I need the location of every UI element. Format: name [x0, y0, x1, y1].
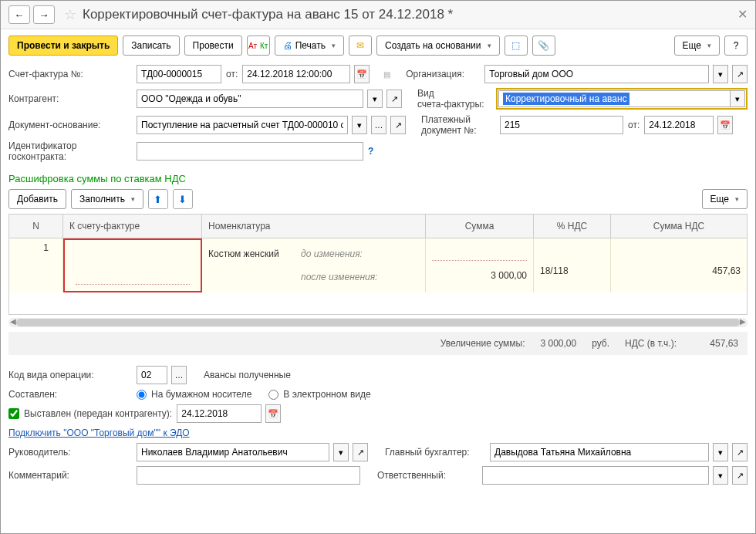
head-input[interactable]	[137, 443, 329, 461]
favorite-icon[interactable]: ☆	[64, 6, 76, 23]
window-title: Корректировочный счет-фактура на аванс 1…	[83, 7, 453, 22]
acc-input[interactable]	[490, 443, 709, 461]
cell-n: 1	[9, 238, 63, 292]
basis-input[interactable]	[137, 116, 348, 134]
comment-label: Комментарий:	[8, 470, 132, 481]
col-vat-sum: Сумма НДС	[611, 215, 747, 238]
basis-dd-icon[interactable]: ▾	[352, 116, 367, 134]
table-more-button[interactable]: Еще	[702, 189, 748, 209]
resp-dd[interactable]: ▾	[713, 466, 728, 485]
comment-input[interactable]	[137, 466, 360, 485]
paydoc-label1: Платежный	[421, 114, 495, 125]
structure-button[interactable]: ⬚	[505, 35, 528, 56]
inc-label: Увеличение суммы:	[440, 338, 525, 349]
invoice-no-input[interactable]	[137, 65, 221, 83]
rub-label: руб.	[592, 338, 609, 349]
inc-amount: 3 000,00	[540, 338, 576, 349]
electronic-label: В электронном виде	[283, 389, 370, 400]
move-down-button[interactable]: ⬇	[173, 189, 193, 209]
acc-label: Главный бухгалтер:	[385, 447, 485, 458]
resp-input[interactable]	[482, 466, 709, 485]
govid-input[interactable]	[137, 142, 363, 161]
op-code-dots[interactable]: …	[171, 366, 187, 384]
paper-radio[interactable]	[137, 390, 147, 400]
acc-open[interactable]: ↗	[732, 443, 748, 461]
vat-amount: 457,63	[692, 338, 738, 349]
from-label: от:	[226, 69, 238, 79]
contractor-open-icon[interactable]: ↗	[386, 90, 402, 108]
issued-label: Выставлен (передан контрагенту):	[24, 408, 172, 419]
invoice-type-dd-icon[interactable]: ▾	[730, 90, 745, 107]
paydoc-calendar-icon[interactable]: 📅	[717, 116, 733, 134]
contractor-select-icon[interactable]: ▾	[367, 90, 383, 108]
help-button[interactable]: ?	[724, 35, 748, 56]
main-toolbar: Провести и закрыть Записать Провести АтК…	[1, 29, 755, 62]
paper-label: На бумажном носителе	[151, 389, 251, 400]
invoice-type-wrap: Корректировочный на аванс ▾	[496, 88, 748, 110]
edo-link[interactable]: Подключить "ООО "Торговый дом"" к ЭДО	[8, 428, 190, 438]
section-title: Расшифровка суммы по ставкам НДС	[1, 170, 755, 189]
post-and-close-button[interactable]: Провести и закрыть	[8, 35, 118, 56]
col-nomenclature: Номенклатура	[202, 215, 426, 238]
attach-button[interactable]: 📎	[532, 35, 555, 56]
paydoc-label2: документ №:	[421, 125, 495, 136]
close-icon[interactable]: ✕	[737, 7, 748, 22]
email-button[interactable]: ✉	[349, 35, 372, 56]
op-code-input[interactable]	[137, 366, 167, 384]
acc-dd[interactable]: ▾	[713, 443, 728, 461]
fill-button[interactable]: Заполнить	[71, 189, 143, 209]
org-open-icon[interactable]: ↗	[732, 65, 748, 83]
print-button[interactable]: 🖨 Печать	[275, 35, 344, 56]
cell-sum: 3 000,00	[426, 238, 534, 292]
h-scrollbar[interactable]: ◀ ▶	[8, 318, 748, 327]
invoice-no-label: Счет-фактура №:	[8, 69, 132, 79]
issued-checkbox[interactable]	[8, 408, 19, 419]
cell-to-invoice[interactable]	[63, 238, 202, 292]
org-input[interactable]	[484, 65, 709, 83]
col-to-invoice: К счету-фактуре	[63, 215, 202, 238]
col-n: N	[9, 215, 63, 238]
add-button[interactable]: Добавить	[8, 189, 66, 209]
org-label: Организация:	[406, 69, 480, 79]
head-label: Руководитель:	[8, 447, 132, 458]
op-code-label: Код вида операции:	[8, 370, 132, 380]
forward-button[interactable]: →	[33, 5, 55, 24]
head-dd[interactable]: ▾	[333, 443, 349, 461]
basis-dots-icon[interactable]: …	[371, 116, 386, 134]
cell-vat-sum: 457,63	[611, 238, 747, 292]
govid-label2: госконтракта:	[8, 151, 132, 162]
org-select-icon[interactable]: ▾	[713, 65, 728, 83]
resp-label: Ответственный:	[377, 470, 478, 481]
basis-open-icon[interactable]: ↗	[390, 116, 406, 134]
govid-label1: Идентификатор	[8, 140, 132, 151]
contractor-label: Контрагент:	[8, 93, 132, 104]
col-vat-pct: % НДС	[534, 215, 611, 238]
help-icon[interactable]: ?	[368, 146, 373, 157]
cell-nomenclature: Костюм женский до изменения: после измен…	[202, 238, 426, 292]
resp-open[interactable]: ↗	[732, 466, 748, 485]
vat-table: N К счету-фактуре Номенклатура Сумма % Н…	[8, 214, 748, 315]
table-toolbar: Добавить Заполнить ⬆ ⬇ Еще	[1, 189, 755, 214]
electronic-radio[interactable]	[268, 390, 278, 400]
post-button[interactable]: Провести	[184, 35, 242, 56]
head-open[interactable]: ↗	[353, 443, 368, 461]
save-button[interactable]: Записать	[123, 35, 179, 56]
invoice-type-input[interactable]: Корректировочный на аванс	[498, 90, 731, 107]
calendar-icon[interactable]: 📅	[354, 65, 370, 83]
date-input[interactable]	[242, 65, 350, 83]
vat-label: НДС (в т.ч.):	[625, 338, 677, 349]
create-based-button[interactable]: Создать на основании	[376, 35, 500, 56]
col-sum: Сумма	[426, 215, 534, 238]
inv-type-label2: счета-фактуры:	[417, 99, 491, 110]
more-button[interactable]: Еще	[674, 35, 720, 56]
back-button[interactable]: ←	[8, 5, 30, 24]
debit-credit-button[interactable]: АтКт	[247, 35, 270, 56]
paydoc-date-input[interactable]	[644, 116, 714, 134]
issued-date-input[interactable]	[177, 404, 262, 423]
move-up-button[interactable]: ⬆	[148, 189, 168, 209]
paydoc-no-input[interactable]	[500, 116, 623, 134]
issued-calendar-icon[interactable]: 📅	[265, 404, 281, 423]
cell-vat-pct: 18/118	[534, 238, 611, 292]
contractor-input[interactable]	[137, 90, 363, 108]
table-row[interactable]: 1 Костюм женский до изменения: после изм…	[9, 238, 747, 292]
